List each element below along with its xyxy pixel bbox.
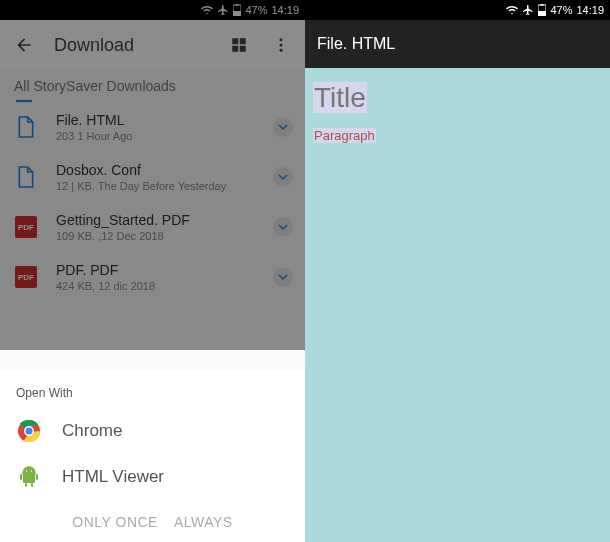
always-button[interactable]: ALWAYS [174, 514, 233, 530]
wifi-icon [201, 4, 213, 16]
battery-icon [538, 4, 546, 16]
sheet-title: Open With [0, 380, 305, 408]
airplane-icon [217, 4, 229, 16]
svg-point-5 [280, 49, 283, 52]
toolbar: Download [0, 20, 305, 70]
svg-rect-13 [31, 483, 33, 487]
svg-rect-9 [23, 474, 35, 483]
svg-rect-10 [20, 474, 22, 480]
file-row[interactable]: PDF Getting_Started. PDF 109 KB. ,12 Dec… [0, 202, 305, 252]
folder-header: All StorySaver Downloads [0, 70, 305, 100]
pdf-icon: PDF [12, 266, 40, 288]
content-paragraph: Paragraph [313, 128, 376, 143]
file-icon [12, 115, 40, 139]
file-meta: 12 | KB. The Day Before Yesterday [56, 180, 257, 192]
file-meta: 203 1 Hour Ago [56, 130, 257, 142]
pdf-icon: PDF [12, 216, 40, 238]
status-bar: 47% 14:19 [0, 0, 305, 20]
file-name: Getting_Started. PDF [56, 212, 257, 228]
file-row[interactable]: File. HTML 203 1 Hour Ago [0, 102, 305, 152]
file-icon [12, 165, 40, 189]
app-option-html-viewer[interactable]: HTML Viewer [0, 454, 305, 500]
file-name: PDF. PDF [56, 262, 257, 278]
svg-point-15 [31, 470, 32, 471]
app-name: Chrome [62, 421, 122, 441]
chevron-down-icon[interactable] [273, 217, 293, 237]
app-name: HTML Viewer [62, 467, 164, 487]
file-meta: 109 KB. ,12 Dec 2018 [56, 230, 257, 242]
svg-rect-1 [233, 11, 241, 16]
chevron-down-icon[interactable] [273, 267, 293, 287]
svg-point-14 [26, 470, 27, 471]
viewer-title: File. HTML [317, 35, 395, 53]
svg-rect-11 [36, 474, 38, 480]
svg-point-4 [280, 44, 283, 47]
status-bar: 47% 14:19 [305, 0, 610, 20]
chevron-down-icon[interactable] [273, 117, 293, 137]
svg-rect-18 [541, 4, 544, 6]
toolbar-title: Download [54, 35, 209, 56]
grid-view-button[interactable] [227, 33, 251, 57]
file-row[interactable]: PDF PDF. PDF 424 KB, 12 dic 2018 [0, 252, 305, 302]
clock-text: 14:19 [271, 4, 299, 16]
file-meta: 424 KB, 12 dic 2018 [56, 280, 257, 292]
battery-text: 47% [245, 4, 267, 16]
left-pane: 47% 14:19 Download All StorySaver Downlo… [0, 0, 305, 542]
airplane-icon [522, 4, 534, 16]
right-pane: 47% 14:19 File. HTML Title Paragraph [305, 0, 610, 542]
svg-rect-17 [538, 11, 546, 16]
clock-text: 14:19 [576, 4, 604, 16]
open-with-sheet: Open With Chrome HTML Viewer ONLY ONCE A… [0, 370, 305, 542]
chrome-icon [16, 418, 42, 444]
file-row[interactable]: Dosbox. Conf 12 | KB. The Day Before Yes… [0, 152, 305, 202]
android-icon [16, 464, 42, 490]
svg-rect-12 [25, 483, 27, 487]
viewer-body: Title Paragraph [305, 68, 610, 157]
app-option-chrome[interactable]: Chrome [0, 408, 305, 454]
svg-point-8 [26, 428, 33, 435]
file-name: Dosbox. Conf [56, 162, 257, 178]
chevron-down-icon[interactable] [273, 167, 293, 187]
battery-icon [233, 4, 241, 16]
back-button[interactable] [12, 33, 36, 57]
wifi-icon [506, 4, 518, 16]
file-name: File. HTML [56, 112, 257, 128]
content-title: Title [313, 82, 367, 113]
battery-text: 47% [550, 4, 572, 16]
viewer-header: File. HTML [305, 20, 610, 68]
svg-point-3 [280, 38, 283, 41]
more-button[interactable] [269, 33, 293, 57]
only-once-button[interactable]: ONLY ONCE [72, 514, 158, 530]
svg-rect-2 [236, 4, 239, 6]
